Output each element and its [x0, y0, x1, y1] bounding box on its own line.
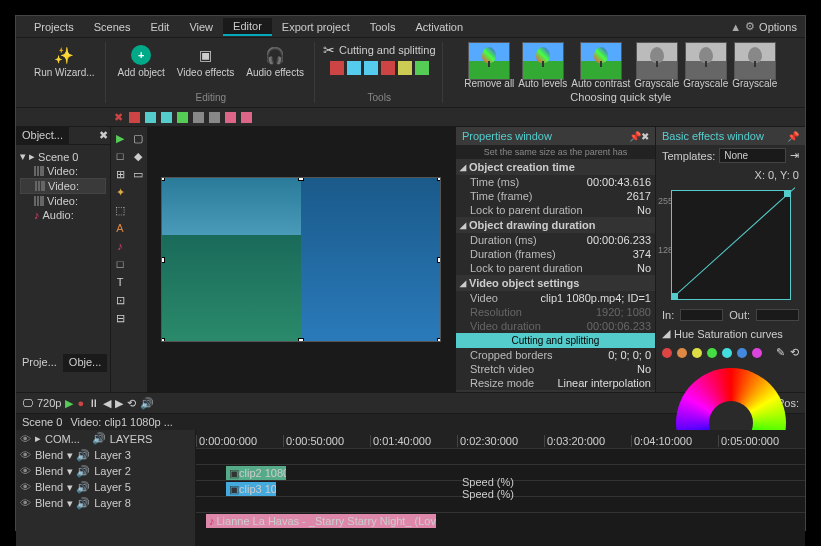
video-node-1[interactable]: Video:	[20, 164, 106, 178]
menu-projects[interactable]: Projects	[24, 19, 84, 35]
tb-btn-5[interactable]	[191, 110, 205, 124]
section-video-settings[interactable]: ◢Video object settings	[456, 275, 655, 291]
resize-handle-bm[interactable]	[298, 338, 304, 342]
section-bg-color[interactable]: ◢Background color	[456, 390, 655, 392]
resize-handle-mr[interactable]	[437, 257, 441, 263]
pin-icon[interactable]: 📌	[629, 131, 641, 142]
vt-text-a[interactable]: A	[113, 221, 127, 235]
video-preview[interactable]	[147, 127, 455, 392]
timeline-ruler[interactable]: 0:00:00:000 0:00:50:000 0:01:40:000 0:02…	[196, 430, 805, 448]
cutting-splitting-button[interactable]: Cutting and splitting	[456, 333, 655, 348]
reset-icon[interactable]: ⟲	[790, 346, 799, 359]
audio-effects-button[interactable]: 🎧 Audio effects	[242, 42, 308, 80]
resize-handle-tm[interactable]	[298, 177, 304, 181]
vt-frame[interactable]: □	[113, 257, 127, 271]
color-red[interactable]	[662, 348, 672, 358]
color-yellow[interactable]	[692, 348, 702, 358]
close-icon[interactable]: ✖	[97, 127, 110, 144]
vt-rect[interactable]: □	[113, 149, 127, 163]
objects-tab-2[interactable]: Obje...	[63, 354, 107, 372]
export-icon[interactable]: ⇥	[790, 149, 799, 162]
style-grayscale-1[interactable]	[636, 42, 678, 80]
vt2-3[interactable]: ▭	[131, 167, 145, 181]
clip-audio[interactable]: ♪Lianne La Havas - _Starry Starry Night_…	[206, 514, 436, 528]
menu-activation[interactable]: Activation	[405, 19, 473, 35]
chevron-icon[interactable]: ▲	[730, 21, 741, 33]
video-node-3[interactable]: Video:	[20, 194, 106, 208]
video-node-2[interactable]: Video:	[20, 178, 106, 194]
vt-spark[interactable]: ✦	[113, 185, 127, 199]
play-button[interactable]: ▶	[65, 397, 73, 410]
out-value[interactable]	[756, 309, 799, 321]
resize-handle-bl[interactable]	[161, 338, 165, 342]
menu-tools[interactable]: Tools	[360, 19, 406, 35]
tb-btn-3[interactable]	[159, 110, 173, 124]
record-button[interactable]: ●	[77, 397, 84, 409]
pause-button[interactable]: ⏸	[88, 397, 99, 409]
vt2-2[interactable]: ◆	[131, 149, 145, 163]
vt-box[interactable]: ⬚	[113, 203, 127, 217]
tb-btn-6[interactable]	[207, 110, 221, 124]
clip-2[interactable]: ▣clip2 1080p_3	[226, 466, 286, 480]
color-blue[interactable]	[737, 348, 747, 358]
properties-hint[interactable]: Set the same size as the parent has	[456, 145, 655, 159]
tool-cut-button[interactable]	[381, 61, 395, 75]
vt-text-t[interactable]: T	[113, 275, 127, 289]
tool-marker2-button[interactable]	[364, 61, 378, 75]
next-frame-button[interactable]: ▶	[115, 397, 123, 410]
layer-row-5[interactable]: 👁Blend▾ 🔊Layer 5	[16, 479, 195, 495]
resize-handle-ml[interactable]	[161, 257, 165, 263]
prev-frame-button[interactable]: ◀	[103, 397, 111, 410]
style-auto-contrast[interactable]	[580, 42, 622, 80]
layer-row-3[interactable]: 👁Blend▾ 🔊Layer 3	[16, 447, 195, 463]
eye-icon[interactable]: 👁	[20, 433, 31, 445]
vt-play[interactable]: ▶	[113, 131, 127, 145]
eyedropper-icon[interactable]: ✎	[776, 346, 785, 359]
tool-marker1-button[interactable]	[347, 61, 361, 75]
projects-tab[interactable]: Proje...	[16, 354, 63, 372]
resize-handle-tl[interactable]	[161, 177, 165, 181]
menu-edit[interactable]: Edit	[140, 19, 179, 35]
color-magenta[interactable]	[752, 348, 762, 358]
close-icon[interactable]: ✖	[641, 131, 649, 142]
loop-button[interactable]: ⟲	[127, 397, 136, 410]
section-creation-time[interactable]: ◢Object creation time	[456, 159, 655, 175]
video-effects-button[interactable]: ▣ Video effects	[173, 42, 238, 80]
tb-btn-2[interactable]	[143, 110, 157, 124]
menu-editor[interactable]: Editor	[223, 18, 272, 36]
resize-handle-br[interactable]	[437, 338, 441, 342]
delete-icon[interactable]: ✖	[111, 110, 125, 124]
run-wizard-button[interactable]: ✨ Run Wizard...	[30, 42, 99, 80]
tb-btn-7[interactable]	[223, 110, 237, 124]
vt-sub[interactable]: ⊟	[113, 311, 127, 325]
curve-editor[interactable]	[671, 190, 791, 300]
clip-3[interactable]: ▣clip3 1080	[226, 482, 276, 496]
menu-scenes[interactable]: Scenes	[84, 19, 141, 35]
color-cyan[interactable]	[722, 348, 732, 358]
layer-row-2[interactable]: 👁Blend▾ 🔊Layer 2	[16, 463, 195, 479]
resize-handle-tr[interactable]	[437, 177, 441, 181]
pin-icon[interactable]: 📌	[787, 131, 799, 142]
in-value[interactable]	[680, 309, 723, 321]
menu-view[interactable]: View	[179, 19, 223, 35]
monitor-icon[interactable]: 🖵	[22, 397, 33, 409]
style-grayscale-2[interactable]	[685, 42, 727, 80]
gear-icon[interactable]: ⚙	[745, 20, 755, 33]
tb-btn-4[interactable]	[175, 110, 189, 124]
vt-grid[interactable]: ⊞	[113, 167, 127, 181]
layer-row-8[interactable]: 👁Blend▾ 🔊Layer 8	[16, 495, 195, 511]
menu-export[interactable]: Export project	[272, 19, 360, 35]
vt-chart[interactable]: ⊡	[113, 293, 127, 307]
color-orange[interactable]	[677, 348, 687, 358]
style-grayscale-3[interactable]	[734, 42, 776, 80]
tool-crop-button[interactable]	[398, 61, 412, 75]
tb-btn-1[interactable]	[127, 110, 141, 124]
tool-zoom-button[interactable]	[415, 61, 429, 75]
scene-node[interactable]: ▾ ▸Scene 0	[20, 149, 106, 164]
tb-btn-8[interactable]	[239, 110, 253, 124]
template-select[interactable]: None	[719, 148, 786, 163]
vt-music[interactable]: ♪	[113, 239, 127, 253]
tool-razor-button[interactable]	[330, 61, 344, 75]
section-drawing-duration[interactable]: ◢Object drawing duration	[456, 217, 655, 233]
volume-icon[interactable]: 🔊	[140, 397, 154, 410]
